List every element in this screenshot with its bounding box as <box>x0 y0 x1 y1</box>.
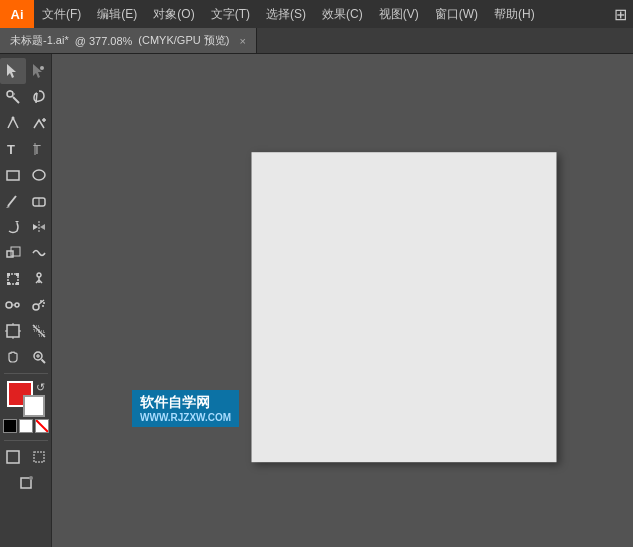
tab-zoom: @ 377.08% <box>75 35 133 47</box>
puppet-warp-tool[interactable] <box>26 266 52 292</box>
svg-rect-56 <box>21 478 31 488</box>
magic-wand-tool[interactable] <box>0 84 26 110</box>
svg-text:T: T <box>7 142 15 157</box>
hand-tool[interactable] <box>0 344 26 370</box>
svg-rect-26 <box>7 273 10 276</box>
svg-rect-27 <box>16 273 19 276</box>
tab-bar: 未标题-1.ai* @ 377.08% (CMYK/GPU 预览) × <box>0 28 633 54</box>
blend-tool[interactable] <box>0 292 26 318</box>
tool-row-transform <box>0 266 52 292</box>
menu-window[interactable]: 窗口(W) <box>427 0 486 28</box>
tool-row-select <box>0 58 52 84</box>
svg-point-35 <box>15 303 19 307</box>
lasso-tool[interactable] <box>26 84 52 110</box>
menu-type[interactable]: 文字(T) <box>203 0 258 28</box>
svg-point-39 <box>40 300 42 302</box>
stroke-swatch[interactable] <box>23 395 45 417</box>
svg-point-40 <box>43 302 45 304</box>
artboard <box>251 152 556 462</box>
canvas-area[interactable]: 软件自学网 WWW.RJZXW.COM <box>52 54 633 547</box>
svg-line-51 <box>41 360 45 364</box>
menu-select[interactable]: 选择(S) <box>258 0 314 28</box>
svg-point-41 <box>42 305 44 307</box>
type-vertical-tool[interactable]: T <box>26 136 52 162</box>
pencil-tool[interactable] <box>0 188 26 214</box>
tool-row-drawmode2 <box>0 470 52 496</box>
svg-rect-55 <box>34 452 44 462</box>
direct-select-tool[interactable] <box>26 58 52 84</box>
draw-normal-mode[interactable] <box>0 444 26 470</box>
svg-point-30 <box>37 273 41 277</box>
artboard-tool[interactable] <box>0 318 26 344</box>
watermark-url: WWW.RJZXW.COM <box>140 412 231 423</box>
swap-fill-stroke-button[interactable] <box>19 419 33 433</box>
svg-rect-15 <box>7 171 19 180</box>
svg-marker-0 <box>7 64 16 78</box>
tool-row-hand <box>0 344 52 370</box>
free-transform-tool[interactable] <box>0 266 26 292</box>
toolbar: T T <box>0 54 52 547</box>
select-tool[interactable] <box>0 58 26 84</box>
type-tool[interactable]: T <box>0 136 26 162</box>
tool-row-blend <box>0 292 52 318</box>
warp-tool[interactable] <box>26 240 52 266</box>
slice-tool[interactable] <box>26 318 52 344</box>
eraser-tool[interactable] <box>26 188 52 214</box>
svg-marker-1 <box>33 64 42 78</box>
add-anchor-tool[interactable] <box>26 110 52 136</box>
svg-point-57 <box>29 476 33 480</box>
svg-point-37 <box>33 304 39 310</box>
svg-line-8 <box>36 93 37 103</box>
reflect-tool[interactable] <box>26 214 52 240</box>
svg-marker-18 <box>6 206 10 208</box>
menu-file[interactable]: 文件(F) <box>34 0 89 28</box>
symbol-spray-tool[interactable] <box>26 292 52 318</box>
menu-bar: 文件(F) 编辑(E) 对象(O) 文字(T) 选择(S) 效果(C) 视图(V… <box>34 0 633 28</box>
svg-rect-29 <box>16 282 19 285</box>
menu-view[interactable]: 视图(V) <box>371 0 427 28</box>
svg-line-3 <box>13 97 19 103</box>
tool-divider-2 <box>4 440 48 441</box>
tool-row-drawmode <box>0 444 52 470</box>
tool-row-pencil <box>0 188 52 214</box>
pen-tool[interactable] <box>0 110 26 136</box>
svg-point-9 <box>11 117 14 120</box>
menu-help[interactable]: 帮助(H) <box>486 0 543 28</box>
draw-inside-mode[interactable] <box>0 470 52 496</box>
svg-marker-21 <box>15 221 19 223</box>
svg-text:T: T <box>33 142 41 157</box>
draw-behind-mode[interactable] <box>26 444 52 470</box>
svg-rect-28 <box>7 282 10 285</box>
tool-row-magic <box>0 84 52 110</box>
svg-rect-42 <box>7 325 19 337</box>
menu-edit[interactable]: 编辑(E) <box>89 0 145 28</box>
tool-row-artboard <box>0 318 52 344</box>
none-swatch[interactable] <box>35 419 49 433</box>
tool-divider-1 <box>4 373 48 374</box>
swap-colors-icon[interactable]: ↺ <box>36 381 45 394</box>
zoom-tool[interactable] <box>26 344 52 370</box>
tool-row-rotate <box>0 214 52 240</box>
fill-stroke-area: ↺ <box>7 381 45 417</box>
workspace-switcher-icon[interactable]: ⊞ <box>614 5 627 24</box>
small-swatches <box>3 419 49 433</box>
tool-row-type: T T <box>0 136 52 162</box>
watermark: 软件自学网 WWW.RJZXW.COM <box>132 390 239 427</box>
watermark-site: 软件自学网 <box>140 394 231 412</box>
tab-close-button[interactable]: × <box>239 35 245 47</box>
svg-point-16 <box>33 170 45 180</box>
svg-line-17 <box>8 196 16 206</box>
svg-rect-54 <box>7 451 19 463</box>
color-area: ↺ <box>0 377 52 437</box>
tool-row-pen <box>0 110 52 136</box>
rectangle-tool[interactable] <box>0 162 26 188</box>
ai-logo: Ai <box>0 0 34 28</box>
rotate-tool[interactable] <box>0 214 26 240</box>
default-colors-button[interactable] <box>3 419 17 433</box>
active-tab[interactable]: 未标题-1.ai* @ 377.08% (CMYK/GPU 预览) × <box>0 28 257 53</box>
menu-effect[interactable]: 效果(C) <box>314 0 371 28</box>
svg-line-7 <box>12 91 13 92</box>
menu-object[interactable]: 对象(O) <box>145 0 202 28</box>
scale-tool[interactable] <box>0 240 26 266</box>
ellipse-tool[interactable] <box>26 162 52 188</box>
